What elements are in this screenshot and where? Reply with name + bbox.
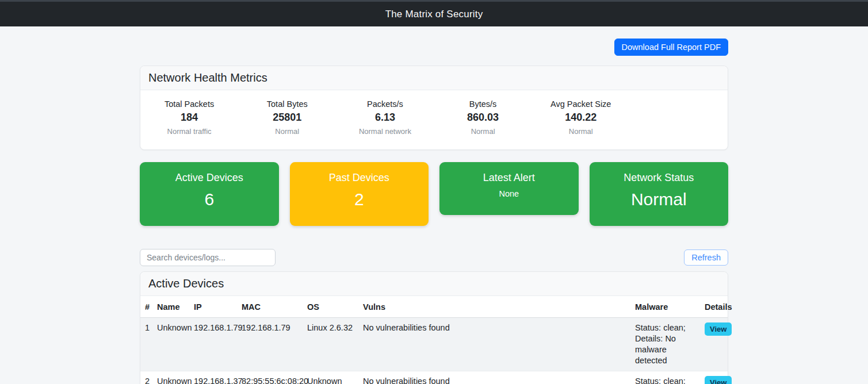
table-column-header: MAC xyxy=(237,296,303,318)
metrics-spacer xyxy=(630,99,728,136)
device-vulns: No vulnerabilities found xyxy=(358,318,630,371)
device-name: Unknown xyxy=(152,371,189,384)
metric-value: 6.13 xyxy=(336,112,434,124)
table-header-row: # Name IP MAC OS Vulns Malware Details xyxy=(140,296,728,318)
metric-status: Normal xyxy=(238,127,336,136)
network-health-title: Network Health Metrics xyxy=(140,66,728,90)
device-ip: 192.168.1.37 xyxy=(189,371,237,384)
metric-label: Total Packets xyxy=(140,99,238,109)
device-mac: 192.168.1.79 xyxy=(237,318,303,371)
device-table-row: 1 Unknown 192.168.1.79 192.168.1.79 Linu… xyxy=(140,318,728,371)
device-vulns: No vulnerabilities found xyxy=(358,371,630,384)
table-column-header: Vulns xyxy=(358,296,630,318)
metric-label: Total Bytes xyxy=(238,99,336,109)
metric-item: Bytes/s 860.03 Normal xyxy=(434,99,532,136)
status-card-title: Past Devices xyxy=(296,172,423,184)
device-table-row: 2 Unknown 192.168.1.37 82:95:55:6c:08:20… xyxy=(140,371,728,384)
device-ip: 192.168.1.79 xyxy=(189,318,237,371)
view-details-button[interactable]: View xyxy=(705,322,732,336)
network-health-card: Network Health Metrics Total Packets 184… xyxy=(140,66,728,150)
device-mac: 82:95:55:6c:08:20 xyxy=(237,371,303,384)
device-num: 1 xyxy=(140,318,152,371)
device-os: Unknown xyxy=(303,371,358,384)
status-card-value: 2 xyxy=(296,189,423,210)
status-card-title: Active Devices xyxy=(146,172,273,184)
metric-status: Normal traffic xyxy=(140,127,238,136)
device-details-cell: View xyxy=(700,318,728,371)
active-devices-title: Active Devices xyxy=(140,272,728,296)
metric-value: 184 xyxy=(140,112,238,124)
view-details-button[interactable]: View xyxy=(705,376,732,384)
metric-status: Normal network xyxy=(336,127,434,136)
download-report-button[interactable]: Download Full Report PDF xyxy=(614,39,728,56)
status-card-value: 6 xyxy=(146,189,273,210)
report-actions-row: Download Full Report PDF xyxy=(140,39,728,56)
status-card: Past Devices 2 xyxy=(290,162,429,226)
device-name: Unknown xyxy=(152,318,189,371)
device-details-cell: View xyxy=(700,371,728,384)
metric-value: 860.03 xyxy=(434,112,532,124)
metrics-body: Total Packets 184 Normal traffic Total B… xyxy=(140,90,728,149)
status-card-title: Network Status xyxy=(595,172,723,184)
metric-item: Total Bytes 25801 Normal xyxy=(238,99,336,136)
table-column-header: Details xyxy=(700,296,728,318)
refresh-button[interactable]: Refresh xyxy=(684,249,728,266)
metric-item: Total Packets 184 Normal traffic xyxy=(140,99,238,136)
table-column-header: Malware xyxy=(630,296,700,318)
search-row: Refresh xyxy=(140,249,728,266)
metric-label: Avg Packet Size xyxy=(532,99,630,109)
devices-table: # Name IP MAC OS Vulns Malware Details 1… xyxy=(140,296,728,384)
table-column-header: # xyxy=(140,296,152,318)
main-content: Download Full Report PDF Network Health … xyxy=(140,39,728,384)
status-cards-row: Active Devices 6 Past Devices 2 Latest A… xyxy=(140,162,728,226)
table-column-header: OS xyxy=(303,296,358,318)
status-card-value: None xyxy=(445,189,573,199)
app-title: The Matrix of Security xyxy=(385,9,483,20)
status-card: Latest Alert None xyxy=(439,162,579,215)
metric-label: Packets/s xyxy=(336,99,434,109)
metric-item: Avg Packet Size 140.22 Normal xyxy=(532,99,630,136)
metric-label: Bytes/s xyxy=(434,99,532,109)
device-malware: Status: clean; Details: No malware detec… xyxy=(630,318,700,371)
table-column-header: Name xyxy=(152,296,189,318)
active-devices-card: Active Devices # Name IP MAC OS Vulns Ma… xyxy=(140,271,728,384)
metric-status: Normal xyxy=(434,127,532,136)
device-os: Linux 2.6.32 xyxy=(303,318,358,371)
status-card: Active Devices 6 xyxy=(140,162,279,226)
metric-value: 140.22 xyxy=(532,112,630,124)
metric-item: Packets/s 6.13 Normal network xyxy=(336,99,434,136)
status-card-title: Latest Alert xyxy=(445,172,573,184)
device-malware: Status: clean; Details: No malware detec… xyxy=(630,371,700,384)
status-card-value: Normal xyxy=(595,189,723,210)
device-num: 2 xyxy=(140,371,152,384)
top-navbar: The Matrix of Security xyxy=(0,0,868,26)
metric-value: 25801 xyxy=(238,112,336,124)
table-column-header: IP xyxy=(189,296,237,318)
search-input[interactable] xyxy=(140,249,276,266)
status-card: Network Status Normal xyxy=(590,162,729,226)
metric-status: Normal xyxy=(532,127,630,136)
